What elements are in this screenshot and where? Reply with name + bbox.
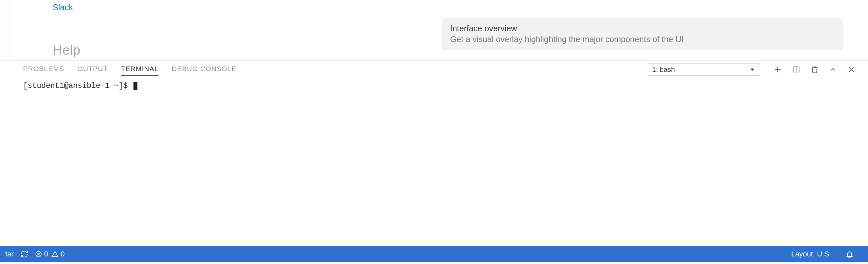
status-sync[interactable] xyxy=(21,250,28,258)
terminal-select[interactable]: 1: bash xyxy=(648,63,760,76)
maximize-panel-button[interactable] xyxy=(826,62,840,77)
terminal-select-label: 1: bash xyxy=(652,66,675,73)
bell-icon xyxy=(845,250,854,258)
error-icon xyxy=(35,251,42,258)
tab-debug-console[interactable]: DEBUG CONSOLE xyxy=(172,63,236,76)
split-terminal-button[interactable] xyxy=(789,62,803,77)
slack-link[interactable]: Slack xyxy=(53,3,73,12)
welcome-area: Slack Help Interface overview Get a visu… xyxy=(0,0,868,61)
chevron-up-icon xyxy=(829,66,837,73)
terminal-line: [student1@ansible-1 ~]$ xyxy=(23,81,845,90)
panel-tab-bar: PROBLEMS OUTPUT TERMINAL DEBUG CONSOLE 1… xyxy=(0,61,868,78)
close-panel-button[interactable] xyxy=(844,62,859,77)
layout-label: Layout: U.S. xyxy=(791,250,831,258)
kill-terminal-button[interactable] xyxy=(807,62,822,77)
card-subtitle: Get a visual overlay highlighting the ma… xyxy=(450,35,834,44)
status-keyboard-layout[interactable]: Layout: U.S. xyxy=(791,250,831,258)
panel: PROBLEMS OUTPUT TERMINAL DEBUG CONSOLE 1… xyxy=(0,61,868,246)
close-icon xyxy=(847,66,856,73)
new-terminal-button[interactable] xyxy=(771,62,785,77)
tab-problems[interactable]: PROBLEMS xyxy=(23,63,64,76)
error-count: 0 xyxy=(44,250,48,258)
status-bar: ter 0 0 Layout: U.S. xyxy=(0,246,868,262)
warning-icon xyxy=(52,251,59,258)
status-remote-label: ter xyxy=(5,250,14,258)
sync-icon xyxy=(21,250,28,258)
walkthrough-card-interface-overview[interactable]: Interface overview Get a visual overlay … xyxy=(441,18,843,50)
chevron-down-icon xyxy=(749,66,756,73)
status-problems[interactable]: 0 0 xyxy=(35,250,65,258)
terminal-body[interactable]: [student1@ansible-1 ~]$ xyxy=(0,78,868,94)
trash-icon xyxy=(811,66,818,73)
tab-terminal[interactable]: TERMINAL xyxy=(121,63,158,76)
card-title: Interface overview xyxy=(450,24,834,33)
status-remote-fragment[interactable]: ter xyxy=(5,250,14,258)
tab-output[interactable]: OUTPUT xyxy=(78,63,108,76)
warning-count: 0 xyxy=(61,250,65,258)
status-notifications[interactable] xyxy=(845,250,854,258)
plus-icon xyxy=(773,65,782,74)
activity-bar-fragment xyxy=(0,0,10,60)
help-heading: Help xyxy=(53,43,81,58)
terminal-cursor xyxy=(133,82,137,90)
split-icon xyxy=(792,66,800,73)
terminal-prompt: [student1@ansible-1 ~]$ xyxy=(23,81,132,90)
